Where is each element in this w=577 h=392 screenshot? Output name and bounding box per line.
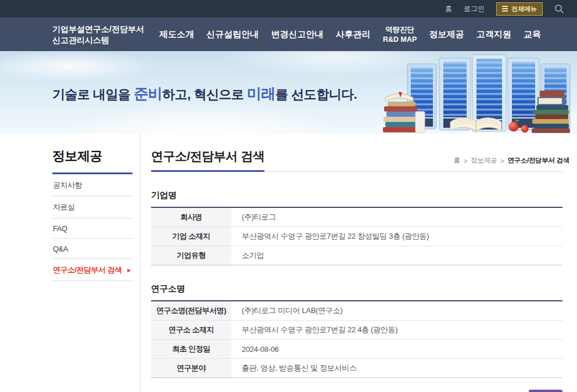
hamburger-icon [502, 6, 508, 12]
all-menu-button[interactable]: 전체메뉴 [496, 2, 543, 16]
sidebar-item-search-active[interactable]: 연구소/전담부서 검색 ▶ [52, 259, 132, 281]
table-row: 연구분야 출판, 영상, 방송통신 및 정보서비스 [151, 359, 562, 378]
breadcrumb: 홈 > 정보제공 > 연구소/전담부서 검색 [454, 156, 569, 165]
breadcrumb-section[interactable]: 정보제공 [471, 156, 497, 165]
row-value: (주)티로그 미디어 LAB(연구소) [231, 301, 562, 321]
slogan-highlight-1: 준비 [134, 85, 162, 102]
search-button[interactable] [554, 4, 564, 14]
lab-info-table: 연구소명(전담부서명) (주)티로그 미디어 LAB(연구소) 연구소 소재지 … [151, 300, 562, 378]
row-value: 부산광역시 수영구 광안로7번길 22 창성빌딩 3층 (광안동) [231, 227, 562, 246]
site-logo[interactable]: 기업부설연구소/전담부서 신고관리시스템 [52, 24, 150, 45]
sidebar-item-label: 연구소/전담부서 검색 [53, 265, 122, 275]
nav-item-rdmap[interactable]: 역량진단 R&D MAP [383, 25, 417, 45]
slogan-highlight-2: 미래 [247, 85, 275, 102]
table-row: 회사명 (주)티로그 [151, 207, 562, 227]
hero-banner: 기술로 내일을 준비하고, 혁신으로 미래를 선도합니다. [0, 51, 577, 134]
sidebar-item-notice[interactable]: 공지사항 [52, 174, 132, 196]
all-menu-label: 전체메뉴 [511, 5, 537, 13]
row-label: 기업 소재지 [151, 227, 231, 246]
rdmap-line1: 역량진단 [385, 26, 414, 34]
sidebar-item-label: 공지사항 [53, 180, 82, 190]
slogan-middle: 하고, 혁신으로 [162, 87, 247, 102]
list-button[interactable]: 목록 [529, 390, 562, 392]
main-panel: 연구소/전담부서 검색 홈 > 정보제공 > 연구소/전담부서 검색 기업명 회… [141, 134, 577, 392]
table-row: 연구소 소재지 부산광역시 수영구 광안로7번길 22 4층 (광안동) [151, 321, 562, 340]
company-info-table: 회사명 (주)티로그 기업 소재지 부산광역시 수영구 광안로7번길 22 창성… [151, 207, 562, 265]
home-link[interactable]: 홈 [445, 4, 452, 14]
row-value: 출판, 영상, 방송통신 및 정보서비스 [231, 359, 562, 378]
row-label: 연구소 소재지 [151, 321, 231, 340]
nav-item-byeongyeong[interactable]: 변경신고안내 [271, 29, 323, 40]
rdmap-line2: R&D MAP [383, 35, 417, 44]
sidebar-item-label: Q&A [53, 244, 68, 253]
nav-item-jedosogae[interactable]: 제도소개 [159, 29, 194, 40]
table-row: 최초 인정일 2024-08-06 [151, 340, 562, 359]
main-nav: 기업부설연구소/전담부서 신고관리시스템 제도소개 신규설립안내 변경신고안내 … [0, 17, 577, 51]
table-row: 기업 소재지 부산광역시 수영구 광안로7번길 22 창성빌딩 3층 (광안동) [151, 227, 562, 246]
breadcrumb-separator: > [464, 157, 467, 164]
active-arrow-icon: ▶ [127, 268, 131, 273]
server-books-illustration [379, 51, 577, 134]
row-label: 연구분야 [151, 359, 231, 378]
logo-line1: 기업부설연구소/전담부서 [52, 24, 150, 34]
row-value: (주)티로그 [231, 207, 562, 227]
sidebar-item-label: 자료실 [53, 202, 75, 213]
sidebar-title: 정보제공 [52, 148, 132, 174]
sidebar-item-library[interactable]: 자료실 [52, 196, 132, 218]
row-label: 연구소명(전담부서명) [151, 301, 231, 321]
row-label: 기업유형 [151, 246, 231, 265]
table-row: 기업유형 소기업 [151, 246, 562, 265]
sidebar-item-faq[interactable]: FAQ [52, 218, 132, 239]
nav-menu: 제도소개 신규설립안내 변경신고안내 사후관리 역량진단 R&D MAP 정보제… [159, 25, 541, 45]
nav-item-gogaek[interactable]: 고객지원 [476, 29, 511, 40]
nav-item-jeongbo[interactable]: 정보제공 [429, 29, 464, 40]
row-value: 2024-08-06 [231, 340, 562, 359]
search-icon [554, 4, 564, 14]
content-area: 정보제공 공지사항 자료실 FAQ Q&A 연구소/전담부서 검색 ▶ 연구소/… [0, 134, 577, 392]
nav-item-singyu[interactable]: 신규설립안내 [206, 29, 259, 40]
company-section-heading: 기업명 [151, 190, 562, 201]
nav-item-gyoyuk[interactable]: 교육 [524, 29, 541, 40]
slogan-suffix: 를 선도합니다. [275, 87, 357, 102]
breadcrumb-home[interactable]: 홈 [454, 156, 460, 165]
breadcrumb-separator: > [500, 157, 504, 164]
lab-section-heading: 연구소명 [151, 283, 562, 294]
row-value: 부산광역시 수영구 광안로7번길 22 4층 (광안동) [231, 321, 562, 340]
nav-item-sahu[interactable]: 사후관리 [336, 29, 371, 40]
breadcrumb-current: 연구소/전담부서 검색 [507, 156, 569, 165]
row-value: 소기업 [231, 246, 562, 265]
row-label: 최초 인정일 [151, 340, 231, 359]
slogan-prefix: 기술로 내일을 [52, 87, 134, 102]
row-label: 회사명 [151, 207, 231, 227]
sidebar-item-qna[interactable]: Q&A [52, 239, 132, 259]
sidebar-item-label: FAQ [53, 224, 67, 233]
utility-bar: 홈 로그인 전체메뉴 [0, 0, 577, 17]
banner-slogan: 기술로 내일을 준비하고, 혁신으로 미래를 선도합니다. [52, 84, 357, 103]
login-link[interactable]: 로그인 [464, 4, 485, 14]
table-row: 연구소명(전담부서명) (주)티로그 미디어 LAB(연구소) [151, 301, 562, 321]
title-underline [151, 170, 562, 172]
sidebar: 정보제공 공지사항 자료실 FAQ Q&A 연구소/전담부서 검색 ▶ [52, 134, 141, 392]
logo-line2: 신고관리시스템 [52, 35, 150, 45]
